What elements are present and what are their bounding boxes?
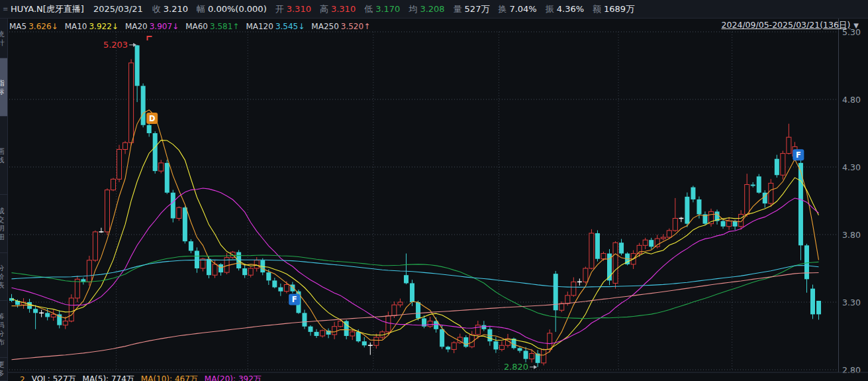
candle[interactable] — [446, 346, 450, 353]
candle[interactable] — [691, 186, 695, 202]
ma-legend-item[interactable]: MA203.907↓ — [125, 22, 179, 31]
ma-legend-item[interactable]: MA603.581↑ — [185, 22, 239, 31]
signal-badge-F[interactable]: F — [289, 294, 300, 305]
candle[interactable] — [536, 350, 540, 367]
candle[interactable] — [613, 241, 618, 289]
candle[interactable] — [798, 154, 803, 260]
candle[interactable] — [9, 294, 14, 302]
candle[interactable] — [129, 59, 134, 145]
candle[interactable] — [554, 271, 558, 332]
candle[interactable] — [123, 141, 128, 154]
candle[interactable] — [33, 305, 38, 329]
candle[interactable] — [595, 231, 600, 262]
toolbar-tab-筹码分布[interactable]: 筹码分布 — [0, 301, 7, 358]
candle[interactable] — [428, 317, 432, 328]
candle[interactable] — [542, 349, 546, 366]
candle[interactable] — [183, 206, 187, 243]
candle[interactable] — [302, 309, 307, 329]
candle[interactable] — [769, 179, 773, 207]
candle[interactable] — [350, 329, 355, 340]
date-range-selector[interactable]: 2024/09/05-2025/03/21(136日) ▼ — [722, 20, 859, 31]
candle[interactable] — [649, 238, 653, 249]
candle[interactable] — [524, 347, 528, 362]
candle[interactable] — [781, 151, 785, 180]
candle[interactable] — [309, 325, 313, 336]
candle[interactable] — [804, 244, 809, 293]
candle[interactable] — [69, 294, 73, 322]
candle[interactable] — [368, 343, 373, 355]
candle[interactable] — [153, 131, 158, 174]
candle[interactable] — [404, 254, 409, 284]
candle[interactable] — [111, 178, 116, 191]
candle[interactable] — [481, 321, 486, 331]
candle[interactable] — [189, 239, 193, 253]
candle[interactable] — [463, 335, 468, 348]
toolbar-tab-分价表[interactable]: 分价表 — [0, 253, 7, 301]
date-range-text[interactable]: 2024/09/05-2025/03/21(136日) — [722, 20, 851, 31]
window-menu-icon[interactable]: ≡ — [3, 5, 11, 13]
candle[interactable] — [679, 217, 683, 222]
candle[interactable] — [685, 192, 689, 227]
candle[interactable] — [278, 284, 283, 296]
event-flag-icon[interactable] — [147, 36, 152, 40]
candle[interactable] — [757, 174, 761, 194]
ma-legend-item[interactable]: MA103.922↓ — [65, 22, 119, 31]
candle[interactable] — [751, 182, 755, 188]
candle[interactable] — [619, 239, 624, 256]
ma-legend-item[interactable]: MA53.626↓ — [9, 22, 58, 31]
candle[interactable] — [87, 256, 91, 286]
ma-legend-item[interactable]: MA2503.520↑ — [311, 22, 370, 31]
candle[interactable] — [787, 124, 791, 154]
candle[interactable] — [667, 229, 671, 239]
candle[interactable] — [702, 211, 707, 225]
pane-index-label[interactable]: 2 — [20, 375, 25, 381]
candle[interactable] — [236, 250, 241, 270]
candle[interactable] — [816, 301, 821, 320]
candle[interactable] — [105, 188, 109, 235]
signal-badge-D[interactable]: D — [146, 113, 158, 124]
candle[interactable] — [583, 266, 588, 284]
toolbar-tab-成交明细[interactable]: 成交明细 — [0, 195, 7, 253]
toolbar-tab-指标[interactable]: 指标 — [0, 58, 7, 117]
toolbar-tab-统计[interactable]: 统计 — [0, 19, 7, 58]
candle[interactable] — [242, 264, 247, 278]
chevron-down-icon[interactable]: ▼ — [853, 22, 859, 29]
candle[interactable] — [745, 174, 749, 217]
candle[interactable] — [141, 83, 146, 127]
candle[interactable] — [709, 209, 714, 227]
candle[interactable] — [135, 45, 140, 102]
candle[interactable] — [165, 160, 169, 194]
toolbar-tab-更多[interactable]: 更多 — [0, 358, 7, 381]
candle[interactable] — [314, 329, 319, 338]
candle[interactable] — [272, 278, 277, 288]
candle[interactable] — [93, 231, 97, 262]
signal-badge-F[interactable]: F — [793, 149, 804, 160]
candle[interactable] — [39, 310, 44, 317]
candle[interactable] — [607, 249, 612, 285]
candle[interactable] — [559, 301, 564, 312]
candle[interactable] — [727, 217, 732, 230]
candle[interactable] — [177, 206, 181, 221]
candle[interactable] — [57, 310, 62, 328]
candle[interactable] — [326, 329, 331, 339]
candle[interactable] — [810, 285, 815, 319]
candle[interactable] — [320, 329, 325, 337]
candle[interactable] — [518, 347, 522, 353]
candle[interactable] — [763, 190, 767, 207]
symbol-name[interactable]: HUYA.N[虎牙直播] — [11, 3, 84, 15]
ma-legend-item[interactable]: MA1203.545↓ — [246, 22, 305, 31]
candle[interactable] — [362, 337, 367, 348]
kline-chart[interactable]: 5.304.804.303.803.302.805.2032.820DFF — [0, 19, 868, 381]
candle[interactable] — [75, 276, 79, 302]
candle[interactable] — [171, 190, 175, 223]
candle[interactable] — [248, 267, 253, 278]
candle[interactable] — [81, 278, 85, 285]
candle[interactable] — [775, 155, 779, 178]
candle[interactable] — [469, 331, 474, 349]
candle[interactable] — [218, 263, 223, 276]
candle[interactable] — [589, 229, 594, 270]
toolbar-tab-画线[interactable]: 画线 — [0, 117, 7, 195]
candle[interactable] — [661, 234, 665, 240]
candle[interactable] — [51, 310, 56, 321]
candle[interactable] — [117, 145, 122, 182]
